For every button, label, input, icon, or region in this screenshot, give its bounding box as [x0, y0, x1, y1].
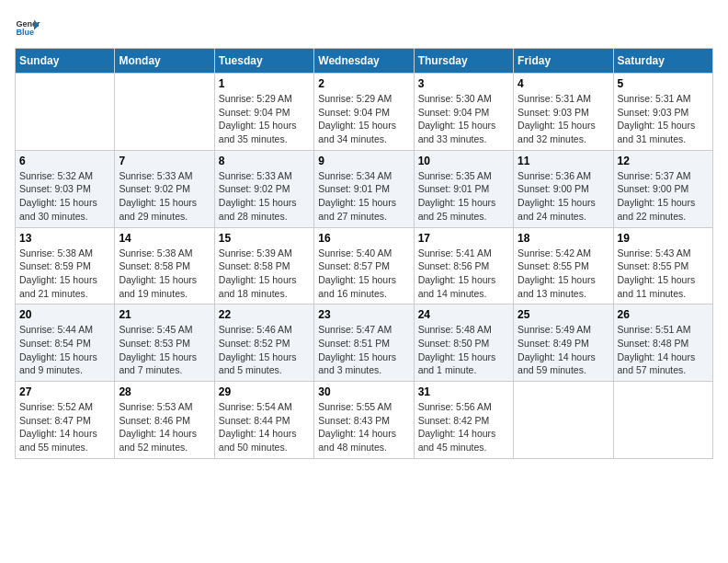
calendar-cell: 26Sunrise: 5:51 AM Sunset: 8:48 PM Dayli…: [613, 304, 712, 382]
day-number: 15: [219, 232, 310, 245]
calendar-cell: [16, 74, 115, 151]
day-info: Sunrise: 5:56 AM Sunset: 8:42 PM Dayligh…: [418, 400, 509, 454]
calendar-cell: 8Sunrise: 5:33 AM Sunset: 9:02 PM Daylig…: [214, 150, 313, 227]
day-number: 21: [119, 308, 210, 321]
day-info: Sunrise: 5:38 AM Sunset: 8:58 PM Dayligh…: [119, 247, 210, 301]
calendar-header-row: SundayMondayTuesdayWednesdayThursdayFrid…: [16, 49, 713, 74]
calendar-cell: 20Sunrise: 5:44 AM Sunset: 8:54 PM Dayli…: [16, 304, 115, 382]
day-info: Sunrise: 5:30 AM Sunset: 9:04 PM Dayligh…: [418, 92, 509, 146]
calendar-week-row: 6Sunrise: 5:32 AM Sunset: 9:03 PM Daylig…: [16, 150, 713, 227]
day-number: 9: [318, 155, 409, 167]
page-header: General Blue: [15, 15, 713, 40]
calendar-cell: 12Sunrise: 5:37 AM Sunset: 9:00 PM Dayli…: [613, 150, 712, 227]
day-number: 22: [219, 308, 310, 321]
day-number: 20: [19, 308, 110, 321]
day-number: 16: [318, 232, 409, 245]
day-number: 3: [418, 77, 509, 90]
day-info: Sunrise: 5:45 AM Sunset: 8:53 PM Dayligh…: [119, 323, 210, 377]
day-number: 25: [518, 308, 609, 321]
calendar-cell: 3Sunrise: 5:30 AM Sunset: 9:04 PM Daylig…: [414, 74, 513, 151]
calendar-cell: 28Sunrise: 5:53 AM Sunset: 8:46 PM Dayli…: [115, 382, 214, 459]
day-info: Sunrise: 5:32 AM Sunset: 9:03 PM Dayligh…: [19, 169, 110, 224]
day-number: 31: [418, 385, 509, 398]
calendar-cell: 9Sunrise: 5:34 AM Sunset: 9:01 PM Daylig…: [314, 150, 414, 227]
day-info: Sunrise: 5:33 AM Sunset: 9:02 PM Dayligh…: [119, 169, 210, 224]
day-info: Sunrise: 5:53 AM Sunset: 8:46 PM Dayligh…: [119, 400, 210, 454]
day-info: Sunrise: 5:34 AM Sunset: 9:01 PM Dayligh…: [318, 169, 409, 224]
day-info: Sunrise: 5:39 AM Sunset: 8:58 PM Dayligh…: [219, 247, 310, 301]
calendar-week-row: 27Sunrise: 5:52 AM Sunset: 8:47 PM Dayli…: [16, 382, 713, 459]
calendar-cell: 11Sunrise: 5:36 AM Sunset: 9:00 PM Dayli…: [514, 150, 613, 227]
calendar-cell: 7Sunrise: 5:33 AM Sunset: 9:02 PM Daylig…: [115, 150, 214, 227]
day-number: 24: [418, 308, 509, 321]
day-number: 27: [19, 385, 110, 398]
day-info: Sunrise: 5:43 AM Sunset: 8:55 PM Dayligh…: [618, 247, 709, 301]
calendar-cell: 19Sunrise: 5:43 AM Sunset: 8:55 PM Dayli…: [613, 227, 712, 304]
calendar-cell: 30Sunrise: 5:55 AM Sunset: 8:43 PM Dayli…: [314, 382, 414, 459]
day-number: 4: [518, 77, 609, 90]
day-number: 1: [219, 77, 310, 90]
calendar-cell: 27Sunrise: 5:52 AM Sunset: 8:47 PM Dayli…: [16, 382, 115, 459]
calendar-cell: 10Sunrise: 5:35 AM Sunset: 9:01 PM Dayli…: [414, 150, 513, 227]
logo: General Blue: [15, 15, 40, 40]
day-info: Sunrise: 5:51 AM Sunset: 8:48 PM Dayligh…: [618, 323, 709, 377]
day-of-week-header: Monday: [115, 49, 214, 74]
day-number: 26: [618, 308, 709, 321]
calendar-cell: 21Sunrise: 5:45 AM Sunset: 8:53 PM Dayli…: [115, 304, 214, 382]
day-info: Sunrise: 5:42 AM Sunset: 8:55 PM Dayligh…: [518, 247, 609, 301]
day-number: 19: [618, 232, 709, 245]
day-number: 29: [219, 385, 310, 398]
calendar-table: SundayMondayTuesdayWednesdayThursdayFrid…: [15, 48, 713, 459]
day-info: Sunrise: 5:41 AM Sunset: 8:56 PM Dayligh…: [418, 247, 509, 301]
calendar-cell: 29Sunrise: 5:54 AM Sunset: 8:44 PM Dayli…: [214, 382, 313, 459]
day-info: Sunrise: 5:44 AM Sunset: 8:54 PM Dayligh…: [19, 323, 110, 377]
calendar-cell: 15Sunrise: 5:39 AM Sunset: 8:58 PM Dayli…: [214, 227, 313, 304]
day-info: Sunrise: 5:55 AM Sunset: 8:43 PM Dayligh…: [318, 400, 409, 454]
day-info: Sunrise: 5:46 AM Sunset: 8:52 PM Dayligh…: [219, 323, 310, 377]
svg-text:Blue: Blue: [16, 28, 34, 37]
day-number: 6: [19, 155, 110, 167]
day-number: 18: [518, 232, 609, 245]
day-info: Sunrise: 5:31 AM Sunset: 9:03 PM Dayligh…: [518, 92, 609, 146]
calendar-cell: 31Sunrise: 5:56 AM Sunset: 8:42 PM Dayli…: [414, 382, 513, 459]
calendar-cell: [514, 382, 613, 459]
day-info: Sunrise: 5:40 AM Sunset: 8:57 PM Dayligh…: [318, 247, 409, 301]
calendar-cell: 6Sunrise: 5:32 AM Sunset: 9:03 PM Daylig…: [16, 150, 115, 227]
calendar-cell: 14Sunrise: 5:38 AM Sunset: 8:58 PM Dayli…: [115, 227, 214, 304]
day-number: 8: [219, 155, 310, 167]
calendar-cell: [115, 74, 214, 151]
day-of-week-header: Tuesday: [214, 49, 313, 74]
day-info: Sunrise: 5:47 AM Sunset: 8:51 PM Dayligh…: [318, 323, 409, 377]
day-number: 17: [418, 232, 509, 245]
calendar-week-row: 13Sunrise: 5:38 AM Sunset: 8:59 PM Dayli…: [16, 227, 713, 304]
calendar-cell: 1Sunrise: 5:29 AM Sunset: 9:04 PM Daylig…: [214, 74, 313, 151]
day-of-week-header: Friday: [514, 49, 613, 74]
day-number: 11: [518, 155, 609, 167]
logo-icon: General Blue: [15, 15, 40, 40]
day-number: 10: [418, 155, 509, 167]
day-info: Sunrise: 5:29 AM Sunset: 9:04 PM Dayligh…: [219, 92, 310, 146]
calendar-cell: 16Sunrise: 5:40 AM Sunset: 8:57 PM Dayli…: [314, 227, 414, 304]
day-info: Sunrise: 5:54 AM Sunset: 8:44 PM Dayligh…: [219, 400, 310, 454]
day-info: Sunrise: 5:49 AM Sunset: 8:49 PM Dayligh…: [518, 323, 609, 377]
day-info: Sunrise: 5:38 AM Sunset: 8:59 PM Dayligh…: [19, 247, 110, 301]
calendar-cell: 13Sunrise: 5:38 AM Sunset: 8:59 PM Dayli…: [16, 227, 115, 304]
day-number: 30: [318, 385, 409, 398]
day-of-week-header: Wednesday: [314, 49, 414, 74]
day-info: Sunrise: 5:36 AM Sunset: 9:00 PM Dayligh…: [518, 169, 609, 224]
day-of-week-header: Sunday: [16, 49, 115, 74]
day-info: Sunrise: 5:35 AM Sunset: 9:01 PM Dayligh…: [418, 169, 509, 224]
calendar-cell: 24Sunrise: 5:48 AM Sunset: 8:50 PM Dayli…: [414, 304, 513, 382]
day-number: 5: [618, 77, 709, 90]
day-info: Sunrise: 5:29 AM Sunset: 9:04 PM Dayligh…: [318, 92, 409, 146]
day-of-week-header: Thursday: [414, 49, 513, 74]
calendar-cell: 18Sunrise: 5:42 AM Sunset: 8:55 PM Dayli…: [514, 227, 613, 304]
day-info: Sunrise: 5:37 AM Sunset: 9:00 PM Dayligh…: [618, 169, 709, 224]
calendar-cell: 22Sunrise: 5:46 AM Sunset: 8:52 PM Dayli…: [214, 304, 313, 382]
calendar-week-row: 1Sunrise: 5:29 AM Sunset: 9:04 PM Daylig…: [16, 74, 713, 151]
day-info: Sunrise: 5:31 AM Sunset: 9:03 PM Dayligh…: [618, 92, 709, 146]
calendar-cell: 17Sunrise: 5:41 AM Sunset: 8:56 PM Dayli…: [414, 227, 513, 304]
day-info: Sunrise: 5:48 AM Sunset: 8:50 PM Dayligh…: [418, 323, 509, 377]
day-of-week-header: Saturday: [613, 49, 712, 74]
day-info: Sunrise: 5:52 AM Sunset: 8:47 PM Dayligh…: [19, 400, 110, 454]
